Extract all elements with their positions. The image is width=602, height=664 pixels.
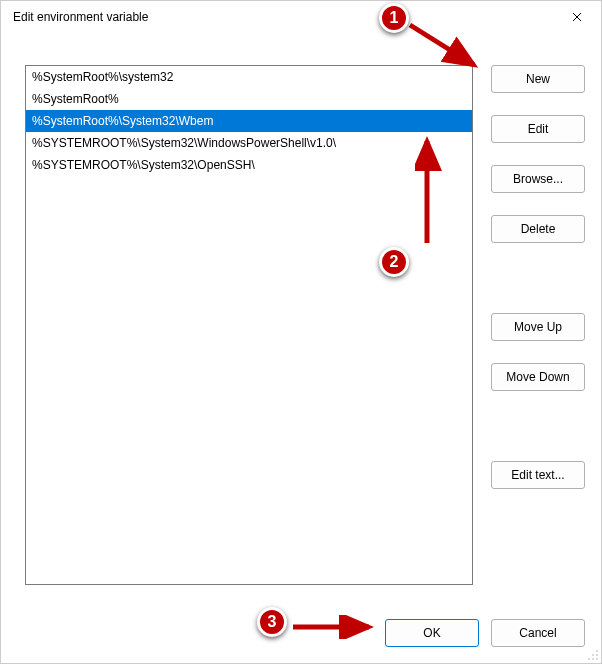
list-item[interactable]: %SYSTEMROOT%\System32\OpenSSH\ <box>26 154 472 176</box>
titlebar: Edit environment variable <box>1 1 601 33</box>
edit-text-button[interactable]: Edit text... <box>491 461 585 489</box>
new-button[interactable]: New <box>491 65 585 93</box>
svg-point-4 <box>592 658 594 660</box>
list-item[interactable]: %SystemRoot%\System32\Wbem <box>26 110 472 132</box>
edit-button[interactable]: Edit <box>491 115 585 143</box>
resize-grip-icon[interactable] <box>585 647 599 661</box>
env-var-dialog: Edit environment variable %SystemRoot%\s… <box>0 0 602 664</box>
move-down-button[interactable]: Move Down <box>491 363 585 391</box>
close-icon <box>572 12 582 22</box>
annotation-callout-2: 2 <box>379 247 409 277</box>
list-item[interactable]: %SYSTEMROOT%\System32\WindowsPowerShell\… <box>26 132 472 154</box>
move-up-button[interactable]: Move Up <box>491 313 585 341</box>
annotation-arrow-3 <box>289 615 379 639</box>
svg-point-1 <box>592 654 594 656</box>
cancel-button[interactable]: Cancel <box>491 619 585 647</box>
ok-button[interactable]: OK <box>385 619 479 647</box>
annotation-callout-3: 3 <box>257 607 287 637</box>
svg-point-3 <box>588 658 590 660</box>
list-item[interactable]: %SystemRoot% <box>26 88 472 110</box>
delete-button[interactable]: Delete <box>491 215 585 243</box>
window-title: Edit environment variable <box>13 10 148 24</box>
path-listbox[interactable]: %SystemRoot%\system32 %SystemRoot% %Syst… <box>25 65 473 585</box>
close-button[interactable] <box>561 3 593 31</box>
svg-point-2 <box>596 654 598 656</box>
svg-point-5 <box>596 658 598 660</box>
annotation-callout-1: 1 <box>379 3 409 33</box>
browse-button[interactable]: Browse... <box>491 165 585 193</box>
side-button-column: New Edit Browse... Delete Move Up Move D… <box>491 65 585 489</box>
svg-point-0 <box>596 650 598 652</box>
list-item[interactable]: %SystemRoot%\system32 <box>26 66 472 88</box>
dialog-bottom-buttons: OK Cancel <box>385 619 585 647</box>
